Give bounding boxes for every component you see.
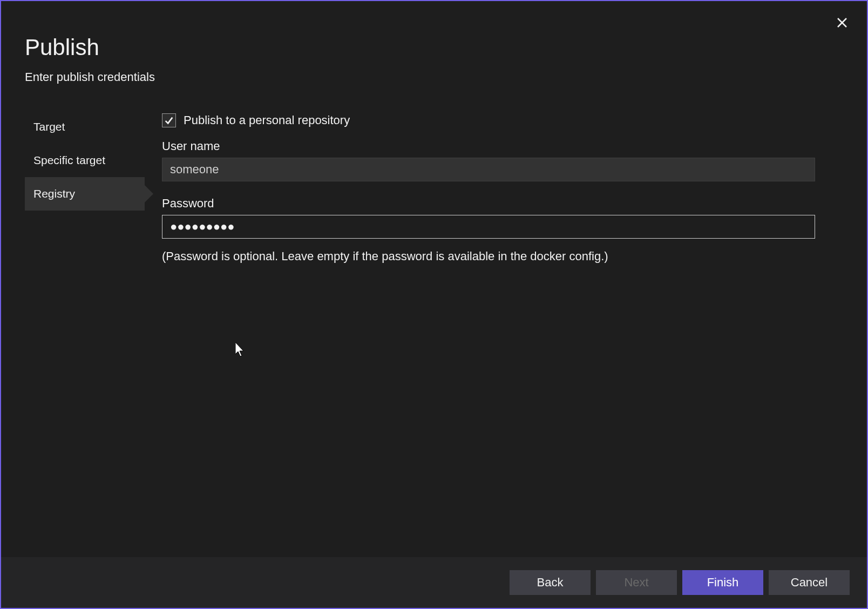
sidebar-item-target[interactable]: Target (25, 110, 145, 144)
wizard-sidebar: Target Specific target Registry (25, 110, 145, 263)
dialog-header: Publish Enter publish credentials (1, 1, 867, 84)
personal-repo-row: Publish to a personal repository (162, 113, 838, 127)
close-button[interactable] (830, 11, 854, 35)
username-input[interactable] (162, 158, 815, 181)
close-icon (837, 17, 847, 28)
sidebar-item-label: Specific target (33, 154, 105, 167)
form-area: Publish to a personal repository User na… (145, 110, 843, 263)
cancel-button[interactable]: Cancel (769, 570, 850, 595)
personal-repo-checkbox[interactable] (162, 113, 176, 127)
password-hint: (Password is optional. Leave empty if th… (162, 249, 838, 263)
personal-repo-label: Publish to a personal repository (184, 113, 350, 127)
sidebar-item-label: Registry (33, 187, 75, 200)
password-label: Password (162, 197, 838, 211)
sidebar-item-label: Target (33, 120, 65, 133)
dialog-title: Publish (25, 35, 843, 60)
checkmark-icon (164, 116, 174, 125)
dialog-subtitle: Enter publish credentials (25, 70, 843, 84)
mouse-cursor (235, 342, 246, 360)
password-input[interactable] (162, 215, 815, 239)
finish-button[interactable]: Finish (682, 570, 763, 595)
next-button: Next (596, 570, 677, 595)
back-button[interactable]: Back (510, 570, 591, 595)
dialog-body: Target Specific target Registry Publish … (1, 84, 867, 263)
username-label: User name (162, 139, 838, 153)
sidebar-item-registry[interactable]: Registry (25, 177, 145, 211)
sidebar-item-specific-target[interactable]: Specific target (25, 144, 145, 177)
dialog-footer: Back Next Finish Cancel (1, 557, 867, 608)
